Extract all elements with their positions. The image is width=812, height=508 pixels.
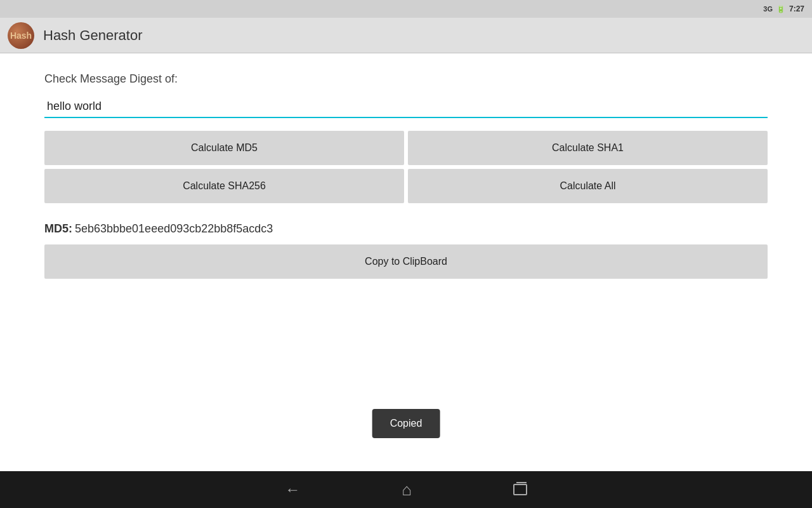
app-bar: Hash Hash Generator — [0, 18, 812, 53]
message-input[interactable] — [44, 96, 768, 118]
toast-message: Copied — [372, 409, 440, 438]
calculate-sha1-button[interactable]: Calculate SHA1 — [408, 131, 768, 165]
clock: 7:27 — [789, 4, 804, 13]
result-label: MD5: — [44, 222, 72, 235]
calculate-md5-button[interactable]: Calculate MD5 — [44, 131, 404, 165]
section-label: Check Message Digest of: — [44, 72, 768, 86]
result-area: MD5:5eb63bbbe01eeed093cb22bb8f5acdc3 Cop… — [44, 222, 768, 279]
copy-to-clipboard-button[interactable]: Copy to ClipBoard — [44, 244, 768, 279]
nav-bar — [0, 471, 812, 508]
button-grid: Calculate MD5 Calculate SHA1 Calculate S… — [44, 131, 768, 203]
app-icon: Hash — [8, 22, 34, 49]
status-bar: 3G 🔋 7:27 — [0, 0, 812, 18]
main-content: Check Message Digest of: Calculate MD5 C… — [0, 53, 812, 308]
battery-icon: 🔋 — [776, 5, 785, 13]
signal-status: 3G — [763, 5, 773, 13]
result-value: 5eb63bbbe01eeed093cb22bb8f5acdc3 — [75, 222, 273, 235]
back-button[interactable] — [285, 481, 300, 498]
app-title: Hash Generator — [43, 27, 143, 44]
result-text: MD5:5eb63bbbe01eeed093cb22bb8f5acdc3 — [44, 222, 768, 236]
home-button[interactable] — [402, 480, 412, 500]
calculate-all-button[interactable]: Calculate All — [408, 169, 768, 203]
recents-button[interactable] — [513, 484, 527, 495]
input-wrapper — [44, 96, 768, 118]
calculate-sha256-button[interactable]: Calculate SHA256 — [44, 169, 404, 203]
